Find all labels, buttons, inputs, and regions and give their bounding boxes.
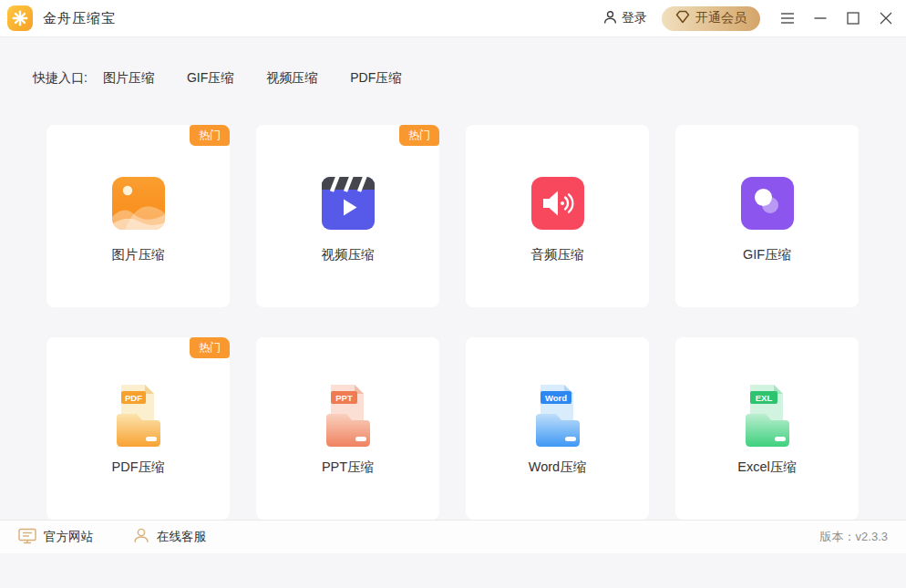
ppt-folder-card[interactable]: PPT PPT压缩 — [256, 337, 439, 520]
quick-link-pdf[interactable]: PDF压缩 — [350, 70, 401, 87]
quick-entry-label: 快捷入口: — [33, 70, 88, 87]
word-folder-icon: Word — [531, 383, 584, 449]
footer: 官方网站 在线客服 版本：v2.3.3 — [0, 520, 906, 553]
hot-badge: 热门 — [190, 337, 230, 358]
video-clapper-card[interactable]: 热门 视频压缩 — [256, 125, 439, 307]
excel-folder-card[interactable]: EXL Excel压缩 — [675, 337, 859, 520]
svg-text:EXL: EXL — [755, 393, 772, 403]
card-icon-area: PPT — [256, 337, 439, 449]
app-title: 金舟压缩宝 — [43, 10, 116, 27]
asterisk-logo-icon — [7, 5, 33, 31]
hot-badge: 热门 — [399, 125, 439, 146]
official-website-label: 官方网站 — [44, 529, 93, 545]
speaker-icon — [531, 177, 584, 230]
image-icon — [112, 177, 165, 230]
version-label: 版本：v2.3.3 — [820, 529, 888, 545]
excel-folder-icon: EXL — [741, 383, 794, 449]
video-clapper-icon — [322, 177, 375, 230]
card-label: Word压缩 — [466, 454, 649, 480]
card-label: 音频压缩 — [466, 242, 649, 267]
svg-text:PPT: PPT — [335, 393, 353, 403]
cards-grid: 热门 图片压缩 热门 视频压缩 — [46, 125, 860, 520]
gif-motion-icon — [741, 177, 794, 230]
minimize-icon[interactable] — [813, 11, 828, 26]
card-label: 视频压缩 — [256, 242, 439, 267]
card-label: PPT压缩 — [256, 454, 439, 480]
monitor-icon — [18, 528, 36, 547]
login-button[interactable]: 登录 — [603, 10, 647, 27]
svg-text:PDF: PDF — [125, 393, 142, 403]
pdf-folder-card[interactable]: 热门 PDF PDF压缩 — [46, 337, 230, 520]
card-label: GIF压缩 — [675, 242, 859, 267]
card-icon-area — [466, 125, 649, 236]
close-icon[interactable] — [879, 11, 893, 26]
menu-icon[interactable] — [780, 11, 795, 26]
card-icon-area: Word — [466, 337, 649, 449]
card-label: Excel压缩 — [675, 454, 859, 480]
official-website-link[interactable]: 官方网站 — [18, 528, 93, 547]
card-label: PDF压缩 — [46, 454, 230, 480]
pdf-folder-icon: PDF — [112, 383, 165, 449]
member-label: 开通会员 — [695, 10, 746, 26]
quick-link-video[interactable]: 视频压缩 — [266, 70, 317, 87]
image-card[interactable]: 热门 图片压缩 — [46, 125, 230, 307]
support-person-icon — [133, 528, 149, 546]
card-icon-area — [675, 125, 859, 236]
maximize-icon[interactable] — [846, 11, 860, 26]
speaker-card[interactable]: 音频压缩 — [466, 125, 649, 307]
member-button[interactable]: 开通会员 — [662, 6, 760, 31]
online-support-link[interactable]: 在线客服 — [133, 528, 206, 546]
user-icon — [603, 10, 617, 27]
login-label: 登录 — [622, 10, 647, 26]
ppt-folder-icon: PPT — [322, 383, 375, 449]
online-support-label: 在线客服 — [157, 529, 206, 545]
gif-motion-card[interactable]: GIF压缩 — [675, 125, 859, 307]
card-icon-area: EXL — [675, 337, 859, 449]
diamond-icon — [675, 10, 690, 26]
quick-link-gif[interactable]: GIF压缩 — [187, 70, 233, 87]
word-folder-card[interactable]: Word Word压缩 — [466, 337, 649, 520]
quick-link-image[interactable]: 图片压缩 — [103, 70, 154, 87]
svg-text:Word: Word — [544, 393, 566, 403]
quick-entry: 快捷入口: 图片压缩 GIF压缩 视频压缩 PDF压缩 — [33, 70, 873, 87]
card-label: 图片压缩 — [46, 242, 230, 267]
titlebar: 金舟压缩宝 登录 开通会员 — [0, 0, 906, 37]
hot-badge: 热门 — [190, 125, 230, 146]
